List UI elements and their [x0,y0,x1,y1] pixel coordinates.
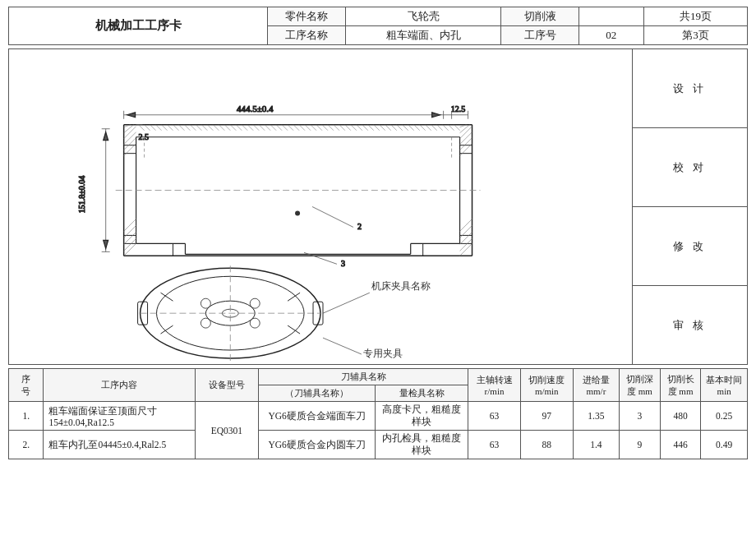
svg-line-119 [426,125,431,131]
svg-marker-4 [432,113,440,118]
svg-line-56 [124,243,136,256]
svg-line-110 [374,125,380,131]
svg-line-101 [322,125,328,131]
row2-measure: 内孔检具，粗糙度样块 [375,431,468,459]
svg-line-114 [397,125,403,131]
svg-point-145 [295,210,300,215]
svg-line-121 [437,125,443,131]
process-name-value: 粗车端面、内孔 [346,26,501,45]
svg-marker-13 [104,132,108,141]
svg-line-142 [323,338,362,354]
svg-line-106 [351,125,357,131]
svg-line-81 [207,125,213,131]
svg-line-65 [460,232,472,244]
svg-line-74 [167,125,173,131]
total-pages: 共19页 [643,7,747,26]
table-row: 2. 粗车内孔至04445±0.4,Ral2.5 YG6硬质合金内圆车刀 内孔检… [9,431,748,459]
svg-text:12.5: 12.5 [451,104,465,113]
svg-line-50 [124,138,136,150]
row1-seq: 1. [9,402,44,431]
side-panel-design: 设 计 [633,49,747,128]
svg-line-73 [162,125,168,131]
svg-text:机床夹具名称: 机床夹具名称 [371,280,431,292]
coolant-label: 切削液 [501,7,579,26]
header-table: 机械加工工序卡 零件名称 飞轮壳 切削液 共19页 工序名称 粗车端面、内孔 工… [8,7,748,45]
svg-point-129 [201,298,210,308]
svg-line-104 [339,125,345,131]
row1-cut-length: 480 [660,402,701,431]
svg-line-60 [460,132,472,145]
drawing-area: 444.5±0.4 12.5 151.8±0.04 2.5 [8,48,633,365]
row2-feed: 1.4 [573,431,620,459]
coolant-value [579,7,643,26]
part-name-value: 飞轮壳 [346,7,501,26]
svg-line-55 [124,238,136,251]
side-panel-review: 审 核 [633,286,747,364]
svg-line-64 [460,225,472,238]
main-content: 444.5±0.4 12.5 151.8±0.04 2.5 [8,48,748,365]
col-feed-header: 进给量 mm/r [573,369,620,402]
svg-line-49 [124,132,136,145]
svg-line-48 [124,127,136,139]
svg-line-75 [173,125,178,131]
svg-line-94 [282,125,288,131]
page: 机械加工工序卡 零件名称 飞轮壳 切削液 共19页 工序名称 粗车端面、内孔 工… [0,0,756,535]
svg-line-77 [184,125,190,131]
svg-text:专用夹具: 专用夹具 [363,348,403,359]
svg-line-95 [288,125,293,131]
svg-line-90 [259,125,265,131]
svg-line-96 [293,125,299,131]
svg-line-80 [201,125,207,131]
svg-line-86 [236,125,242,131]
row2-time: 0.49 [701,431,748,459]
svg-line-71 [150,125,156,131]
svg-line-53 [124,225,136,238]
svg-text:151.8±0.04: 151.8±0.04 [77,176,86,213]
col-measure-tool-subheader: 量检具名称 [375,385,468,402]
svg-line-107 [357,125,362,131]
process-no-label: 工序号 [501,26,579,45]
row2-cut-length: 446 [660,431,701,459]
col-equipment-header: 设备型号 [195,369,259,402]
row1-tool: YG6硬质合金端面车刀 [259,402,376,431]
svg-line-92 [270,125,276,131]
svg-line-84 [224,125,230,131]
svg-text:444.5±0.4: 444.5±0.4 [237,104,274,113]
process-table: 序号 工序内容 设备型号 刀辅具名称 主轴转速 r/min 切削速度 m/min… [8,368,748,459]
row2-cutting-speed: 88 [520,431,573,459]
svg-point-130 [250,298,260,308]
svg-line-105 [345,125,351,131]
process-no-value: 02 [579,26,643,45]
row2-spindle: 63 [468,431,521,459]
svg-line-78 [190,125,196,131]
row1-cutting-speed: 97 [520,402,573,431]
col-content-header: 工序内容 [44,369,195,402]
svg-line-115 [403,125,408,131]
svg-line-103 [334,125,339,131]
table-header-row: 序号 工序内容 设备型号 刀辅具名称 主轴转速 r/min 切削速度 m/min… [9,369,748,385]
col-cut-depth-header: 切削深度 mm [620,369,661,402]
col-tool-group-header: 刀辅具名称 [259,369,468,385]
svg-line-116 [408,125,414,131]
svg-line-72 [156,125,162,131]
row2-cut-depth: 9 [620,431,661,459]
svg-line-113 [391,125,397,131]
svg-line-82 [213,125,219,131]
svg-line-66 [460,238,472,251]
process-name-label: 工序名称 [268,26,346,45]
col-seq-header: 序号 [9,369,44,402]
svg-line-120 [431,125,437,131]
svg-line-54 [124,232,136,244]
col-spindle-header: 主轴转速 r/min [468,369,521,402]
col-time-header: 基本时间 min [701,369,748,402]
svg-line-42 [312,207,353,228]
svg-line-79 [196,125,201,131]
row1-spindle: 63 [468,402,521,431]
side-panel-modify: 修 改 [633,207,747,286]
technical-drawing: 444.5±0.4 12.5 151.8±0.04 2.5 [9,49,632,364]
table-row: 1. 粗车端面保证至顶面尺寸154±0.04,Ra12.5 EQ0301 YG6… [9,402,748,431]
svg-line-67 [460,243,472,256]
svg-line-97 [299,125,305,131]
svg-line-102 [328,125,334,131]
svg-point-132 [250,318,260,328]
